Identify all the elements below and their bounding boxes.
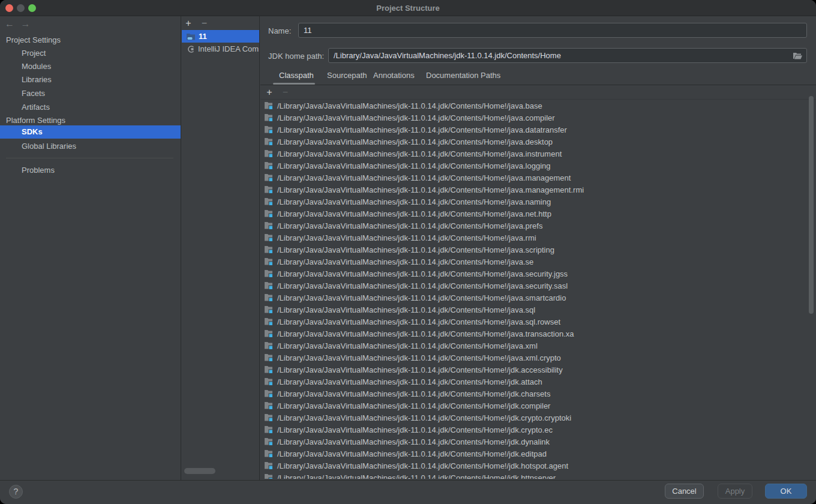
name-input[interactable]: 11 — [298, 23, 807, 38]
classpath-row[interactable]: /Library/Java/JavaVirtualMachines/jdk-11… — [260, 328, 806, 340]
classpath-row[interactable]: /Library/Java/JavaVirtualMachines/jdk-11… — [260, 160, 806, 172]
classes-root-icon — [265, 305, 274, 314]
classes-root-icon — [265, 137, 274, 146]
classpath-row[interactable]: /Library/Java/JavaVirtualMachines/jdk-11… — [260, 460, 806, 472]
classpath-entry-text: /Library/Java/JavaVirtualMachines/jdk-11… — [277, 185, 584, 194]
titlebar: Project Structure — [0, 0, 816, 16]
sdk-list-panel: + − 11 IntelliJ IDEA Comm — [182, 16, 260, 480]
folder-open-icon[interactable] — [793, 51, 803, 63]
vertical-scrollbar[interactable] — [809, 96, 814, 314]
classpath-row[interactable]: /Library/Java/JavaVirtualMachines/jdk-11… — [260, 280, 806, 292]
classes-root-icon — [265, 257, 274, 266]
classpath-row[interactable]: /Library/Java/JavaVirtualMachines/jdk-11… — [260, 208, 806, 220]
tab-annotations[interactable]: Annotations — [373, 68, 415, 83]
sdk-list-item-11[interactable]: 11 — [182, 30, 259, 43]
sidebar-header-project-settings: Project Settings — [0, 34, 181, 47]
classpath-entry-text: /Library/Java/JavaVirtualMachines/jdk-11… — [277, 245, 554, 254]
tab-classpath[interactable]: Classpath — [279, 68, 314, 83]
classes-root-icon — [265, 209, 274, 218]
classpath-row[interactable]: /Library/Java/JavaVirtualMachines/jdk-11… — [260, 220, 806, 232]
classpath-row[interactable]: /Library/Java/JavaVirtualMachines/jdk-11… — [260, 172, 806, 184]
apply-button[interactable]: Apply — [718, 484, 752, 499]
classpath-entry-text: /Library/Java/JavaVirtualMachines/jdk-11… — [277, 473, 556, 479]
jdk-home-path-input[interactable]: /Library/Java/JavaVirtualMachines/jdk-11… — [328, 48, 807, 63]
sidebar-item-project[interactable]: Project — [0, 47, 181, 60]
classpath-row[interactable]: /Library/Java/JavaVirtualMachines/jdk-11… — [260, 436, 806, 448]
classpath-row[interactable]: /Library/Java/JavaVirtualMachines/jdk-11… — [260, 424, 806, 436]
sdk-editor-panel: Name: 11 JDK home path: /Library/Java/Ja… — [260, 16, 816, 480]
classpath-entry-text: /Library/Java/JavaVirtualMachines/jdk-11… — [277, 377, 542, 386]
classpath-row[interactable]: /Library/Java/JavaVirtualMachines/jdk-11… — [260, 376, 806, 388]
sidebar-item-libraries[interactable]: Libraries — [0, 73, 181, 86]
classpath-entry-text: /Library/Java/JavaVirtualMachines/jdk-11… — [277, 149, 562, 158]
tab-documentation-paths[interactable]: Documentation Paths — [426, 68, 500, 83]
classpath-row[interactable]: /Library/Java/JavaVirtualMachines/jdk-11… — [260, 364, 806, 376]
classpath-entry-text: /Library/Java/JavaVirtualMachines/jdk-11… — [277, 221, 542, 230]
add-classpath-button[interactable]: + — [263, 85, 276, 99]
classpath-entry-text: /Library/Java/JavaVirtualMachines/jdk-11… — [277, 329, 574, 338]
classpath-row[interactable]: /Library/Java/JavaVirtualMachines/jdk-11… — [260, 148, 806, 160]
classpath-entry-text: /Library/Java/JavaVirtualMachines/jdk-11… — [277, 137, 553, 146]
horizontal-scrollbar[interactable] — [184, 468, 215, 474]
forward-arrow-icon[interactable]: → — [20, 19, 34, 29]
remove-sdk-button[interactable]: − — [197, 16, 211, 30]
classpath-entry-text: /Library/Java/JavaVirtualMachines/jdk-11… — [277, 209, 551, 218]
classpath-entry-text: /Library/Java/JavaVirtualMachines/jdk-11… — [277, 341, 538, 350]
sdk-list-item-intellij[interactable]: IntelliJ IDEA Comm — [182, 43, 259, 55]
sidebar-item-problems[interactable]: Problems — [0, 164, 181, 177]
classes-root-icon — [265, 365, 274, 374]
classes-root-icon — [265, 281, 274, 290]
classpath-row[interactable]: /Library/Java/JavaVirtualMachines/jdk-11… — [260, 340, 806, 352]
classpath-entry-text: /Library/Java/JavaVirtualMachines/jdk-11… — [277, 197, 551, 206]
sidebar-item-facets[interactable]: Facets — [0, 87, 181, 100]
classpath-row[interactable]: /Library/Java/JavaVirtualMachines/jdk-11… — [260, 448, 806, 460]
classpath-row[interactable]: /Library/Java/JavaVirtualMachines/jdk-11… — [260, 196, 806, 208]
classpath-row[interactable]: /Library/Java/JavaVirtualMachines/jdk-11… — [260, 100, 806, 112]
classpath-row[interactable]: /Library/Java/JavaVirtualMachines/jdk-11… — [260, 316, 806, 328]
classpath-row[interactable]: /Library/Java/JavaVirtualMachines/jdk-11… — [260, 292, 806, 304]
classpath-row[interactable]: /Library/Java/JavaVirtualMachines/jdk-11… — [260, 256, 806, 268]
classpath-row[interactable]: /Library/Java/JavaVirtualMachines/jdk-11… — [260, 412, 806, 424]
classpath-row[interactable]: /Library/Java/JavaVirtualMachines/jdk-11… — [260, 244, 806, 256]
classpath-row[interactable]: /Library/Java/JavaVirtualMachines/jdk-11… — [260, 268, 806, 280]
classpath-entry-text: /Library/Java/JavaVirtualMachines/jdk-11… — [277, 173, 571, 182]
sidebar-item-modules[interactable]: Modules — [0, 60, 181, 73]
dialog-footer: ? Cancel Apply OK — [0, 480, 816, 504]
classes-root-icon — [265, 425, 274, 434]
classes-root-icon — [265, 413, 274, 422]
remove-classpath-button[interactable]: − — [278, 85, 292, 99]
classes-root-icon — [265, 101, 274, 110]
classes-root-icon — [265, 389, 274, 398]
ok-button[interactable]: OK — [765, 484, 807, 499]
classpath-entry-text: /Library/Java/JavaVirtualMachines/jdk-11… — [277, 437, 550, 446]
name-label: Name: — [268, 26, 291, 35]
classpath-entry-text: /Library/Java/JavaVirtualMachines/jdk-11… — [277, 401, 550, 410]
cancel-button[interactable]: Cancel — [665, 484, 704, 499]
help-button[interactable]: ? — [9, 485, 23, 499]
sidebar-item-artifacts[interactable]: Artifacts — [0, 101, 181, 114]
classpath-row[interactable]: /Library/Java/JavaVirtualMachines/jdk-11… — [260, 184, 806, 196]
classpath-row[interactable]: /Library/Java/JavaVirtualMachines/jdk-11… — [260, 112, 806, 124]
classes-root-icon — [265, 233, 274, 242]
tab-sourcepath[interactable]: Sourcepath — [327, 68, 367, 83]
classpath-row[interactable]: /Library/Java/JavaVirtualMachines/jdk-11… — [260, 472, 806, 479]
classpath-row[interactable]: /Library/Java/JavaVirtualMachines/jdk-11… — [260, 388, 806, 400]
sidebar-separator — [6, 158, 173, 158]
classpath-row[interactable]: /Library/Java/JavaVirtualMachines/jdk-11… — [260, 124, 806, 136]
classpath-row[interactable]: /Library/Java/JavaVirtualMachines/jdk-11… — [260, 304, 806, 316]
classpath-row[interactable]: /Library/Java/JavaVirtualMachines/jdk-11… — [260, 400, 806, 412]
sidebar-item-global-libraries[interactable]: Global Libraries — [0, 140, 181, 153]
back-arrow-icon[interactable]: ← — [5, 19, 18, 29]
classpath-row[interactable]: /Library/Java/JavaVirtualMachines/jdk-11… — [260, 352, 806, 364]
classpath-entry-text: /Library/Java/JavaVirtualMachines/jdk-11… — [277, 413, 571, 422]
classpath-entry-text: /Library/Java/JavaVirtualMachines/jdk-11… — [277, 305, 535, 314]
sidebar-item-sdks[interactable]: SDKs — [0, 125, 181, 139]
classpath-entry-text: /Library/Java/JavaVirtualMachines/jdk-11… — [277, 365, 563, 374]
add-sdk-button[interactable]: + — [182, 16, 195, 30]
classpath-entry-text: /Library/Java/JavaVirtualMachines/jdk-11… — [277, 353, 561, 362]
classes-root-icon — [265, 461, 274, 470]
classes-root-icon — [265, 377, 274, 386]
classpath-row[interactable]: /Library/Java/JavaVirtualMachines/jdk-11… — [260, 232, 806, 244]
classes-root-icon — [265, 125, 274, 134]
classpath-row[interactable]: /Library/Java/JavaVirtualMachines/jdk-11… — [260, 136, 806, 148]
